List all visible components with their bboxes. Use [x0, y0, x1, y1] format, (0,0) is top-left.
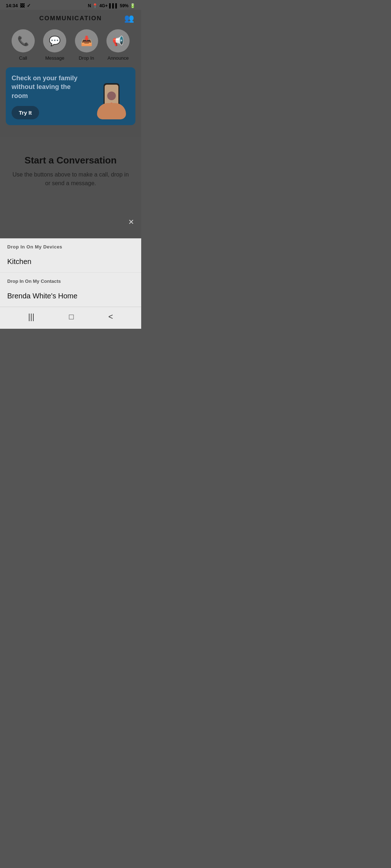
call-icon: 📞 [17, 35, 29, 47]
dropin-button[interactable]: 📥 Drop In [75, 29, 98, 61]
battery-percent: 59% [120, 3, 129, 8]
nav-bar: ||| □ < [0, 307, 141, 329]
conversation-title: Start a Conversation [11, 155, 130, 166]
photo-icon: 🖼 [20, 3, 25, 8]
nfc-icon: N [88, 3, 91, 8]
top-section: COMMUNICATION 👥 📞 Call 💬 Message 📥 Drop … [0, 10, 141, 137]
signal-bars: ▌▌▌ [109, 3, 118, 8]
promo-title: Check on your family without leaving the… [12, 74, 84, 100]
conversation-subtitle: Use the buttons above to make a call, dr… [11, 170, 130, 188]
time: 14:34 [6, 3, 18, 8]
promo-illustration [93, 80, 130, 119]
announce-button[interactable]: 📢 Announce [106, 29, 130, 61]
hand-shape [97, 103, 126, 119]
call-label: Call [19, 55, 27, 61]
message-icon-circle: 💬 [43, 29, 66, 52]
call-button[interactable]: 📞 Call [12, 29, 35, 61]
network-type: 4G+ [99, 3, 108, 8]
home-button[interactable]: □ [69, 312, 74, 322]
dropin-label: Drop In [79, 55, 94, 61]
phone-face-circle [107, 92, 116, 100]
recents-button[interactable]: ||| [28, 312, 34, 322]
back-button[interactable]: < [108, 312, 113, 322]
dropin-icon-circle: 📥 [75, 29, 98, 52]
announce-icon-circle: 📢 [106, 29, 130, 52]
promo-text: Check on your family without leaving the… [12, 74, 93, 119]
close-button[interactable]: × [129, 216, 134, 227]
check-icon: ✓ [27, 3, 31, 8]
call-icon-circle: 📞 [12, 29, 35, 52]
status-right: N 📍 4G+ ▌▌▌ 59% 🔋 [88, 3, 135, 8]
kitchen-device-item[interactable]: Kitchen [0, 252, 141, 273]
devices-section-header: Drop In On My Devices [0, 238, 141, 252]
location-icon: 📍 [92, 3, 98, 8]
close-button-area: × [0, 209, 141, 238]
try-it-button[interactable]: Try It [12, 106, 39, 119]
header: COMMUNICATION 👥 [0, 10, 141, 26]
group-icon[interactable]: 👥 [124, 14, 134, 23]
announce-icon: 📢 [112, 35, 124, 47]
dropin-icon: 📥 [81, 35, 92, 47]
bottom-sheet: Drop In On My Devices Kitchen Drop In On… [0, 238, 141, 307]
phone-hand-illustration [97, 83, 126, 119]
message-icon: 💬 [49, 35, 60, 47]
battery-icon: 🔋 [130, 3, 135, 8]
comm-buttons-row: 📞 Call 💬 Message 📥 Drop In 📢 Announce [0, 26, 141, 63]
main-content-area: Start a Conversation Use the buttons abo… [0, 137, 141, 209]
message-label: Message [45, 55, 64, 61]
brenda-contact-item[interactable]: Brenda White's Home [0, 287, 141, 307]
message-button[interactable]: 💬 Message [43, 29, 66, 61]
contacts-section-header: Drop In On My Contacts [0, 273, 141, 287]
promo-banner: Check on your family without leaving the… [6, 67, 135, 125]
status-left: 14:34 🖼 ✓ [6, 3, 31, 8]
announce-label: Announce [108, 55, 129, 61]
page-title: COMMUNICATION [39, 15, 102, 22]
status-bar: 14:34 🖼 ✓ N 📍 4G+ ▌▌▌ 59% 🔋 [0, 0, 141, 10]
